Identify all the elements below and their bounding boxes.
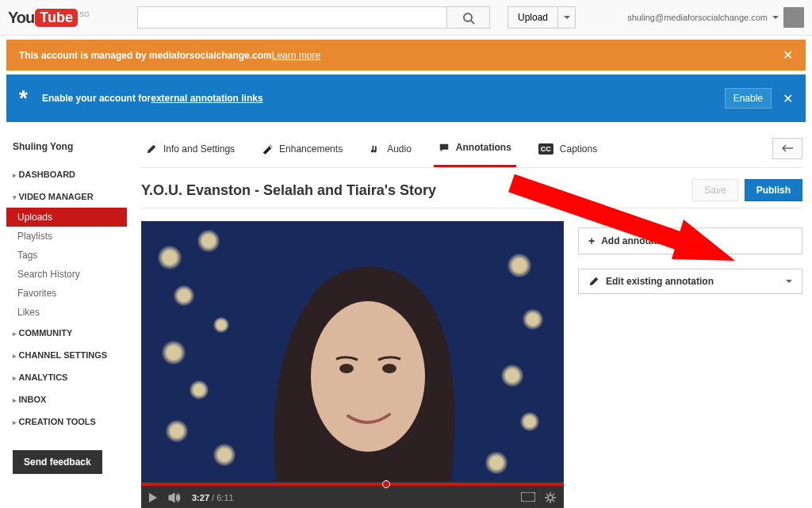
- sidebar-item-creation-tools[interactable]: CREATION TOOLS: [6, 411, 127, 433]
- tab-info-settings[interactable]: Info and Settings: [141, 130, 239, 167]
- sidebar-sub-tags[interactable]: Tags: [6, 246, 127, 265]
- search-icon: [463, 13, 473, 22]
- user-menu[interactable]: shuling@mediaforsocialchange.com: [627, 7, 804, 28]
- svg-point-2: [382, 364, 396, 373]
- wand-icon: [262, 143, 273, 155]
- send-feedback-button[interactable]: Send feedback: [13, 450, 102, 474]
- tab-enhancements[interactable]: Enhancements: [257, 130, 347, 167]
- chevron-down-icon: [772, 16, 779, 19]
- progress-bar[interactable]: [141, 483, 564, 486]
- chevron-down-icon: [786, 280, 792, 283]
- svg-point-1: [339, 364, 354, 373]
- youtube-logo[interactable]: You Tube SG: [8, 9, 90, 27]
- sidebar-sub-favorites[interactable]: Favorites: [6, 284, 127, 303]
- editor-row: 3:27 / 6:11 +: [141, 208, 802, 508]
- enable-annotations-banner: * Enable your account for external annot…: [6, 74, 806, 122]
- upload-group: Upload: [508, 6, 576, 29]
- search-button[interactable]: [446, 6, 490, 29]
- avatar: [783, 7, 804, 28]
- close-icon[interactable]: ✕: [783, 91, 793, 106]
- video-title: Y.O.U. Evanston - Selalah and Tiaira's S…: [141, 182, 436, 199]
- close-icon[interactable]: ✕: [783, 48, 793, 63]
- title-row: Y.O.U. Evanston - Selalah and Tiaira's S…: [141, 168, 802, 208]
- svg-point-0: [311, 301, 425, 452]
- video-player: 3:27 / 6:11: [141, 221, 564, 508]
- add-annotation-label: Add annotation: [601, 235, 671, 246]
- upload-dropdown-button[interactable]: [558, 6, 576, 29]
- logo-region: SG: [79, 10, 90, 18]
- sidebar-sub-uploads[interactable]: Uploads: [6, 208, 127, 227]
- sidebar: Shuling Yong DASHBOARD VIDEO MANAGER Upl…: [0, 130, 127, 508]
- upload-button[interactable]: Upload: [508, 6, 558, 29]
- progress-handle[interactable]: [382, 480, 390, 488]
- sidebar-sub-search-history[interactable]: Search History: [6, 265, 127, 284]
- editor-tabs: Info and Settings Enhancements Audio Ann…: [141, 130, 802, 168]
- video-frame[interactable]: [141, 221, 564, 483]
- save-button[interactable]: Save: [692, 179, 737, 201]
- logo-text-you: You: [8, 9, 34, 27]
- pencil-icon: [588, 276, 599, 287]
- top-header: You Tube SG Upload shuling@mediaforsocia…: [0, 0, 812, 36]
- tab-label: Annotations: [456, 142, 511, 153]
- channel-name[interactable]: Shuling Yong: [6, 138, 127, 163]
- sidebar-sub-likes[interactable]: Likes: [6, 303, 127, 322]
- search-form: [137, 6, 490, 29]
- back-arrow-icon: [781, 144, 794, 152]
- sidebar-item-community[interactable]: COMMUNITY: [6, 322, 127, 344]
- tab-label: Audio: [387, 143, 412, 155]
- banner-text: This account is managed by mediaforsocia…: [19, 50, 272, 61]
- speech-icon: [439, 142, 450, 153]
- learn-more-link[interactable]: Learn more: [272, 50, 320, 61]
- publish-button[interactable]: Publish: [745, 179, 802, 201]
- gear-icon[interactable]: [545, 492, 556, 503]
- volume-icon[interactable]: [168, 492, 181, 503]
- back-button[interactable]: [772, 138, 802, 159]
- svg-rect-3: [521, 492, 535, 502]
- chevron-down-icon: [682, 239, 688, 243]
- pencil-icon: [146, 143, 157, 155]
- enable-button[interactable]: Enable: [725, 88, 772, 109]
- external-annotation-link[interactable]: external annotation links: [151, 93, 262, 104]
- search-input[interactable]: [137, 6, 446, 29]
- sidebar-item-dashboard[interactable]: DASHBOARD: [6, 163, 127, 185]
- note-icon: [370, 143, 381, 155]
- chevron-down-icon: [564, 16, 570, 19]
- logo-text-tube: Tube: [35, 9, 78, 27]
- sidebar-sub-playlists[interactable]: Playlists: [6, 227, 127, 246]
- edit-annotation-label: Edit existing annotation: [606, 276, 714, 287]
- editor-content: Info and Settings Enhancements Audio Ann…: [127, 130, 812, 508]
- banner-text: Enable your account for: [42, 93, 151, 104]
- theater-icon[interactable]: [521, 492, 535, 502]
- sidebar-item-video-manager[interactable]: VIDEO MANAGER: [6, 185, 127, 208]
- sidebar-item-channel-settings[interactable]: CHANNEL SETTINGS: [6, 344, 127, 366]
- play-button[interactable]: [149, 493, 157, 502]
- svg-point-4: [548, 495, 553, 500]
- tab-label: Captions: [560, 143, 597, 155]
- plus-icon: +: [588, 235, 595, 247]
- managed-account-banner: This account is managed by mediaforsocia…: [6, 40, 806, 71]
- add-annotation-button[interactable]: + Add annotation: [578, 227, 802, 254]
- sidebar-item-analytics[interactable]: ANALYTICS: [6, 366, 127, 388]
- tab-annotations[interactable]: Annotations: [434, 130, 516, 167]
- tab-audio[interactable]: Audio: [365, 130, 416, 167]
- tab-label: Info and Settings: [163, 143, 235, 155]
- user-email: shuling@mediaforsocialchange.com: [627, 13, 768, 22]
- asterisk-icon: *: [19, 86, 28, 111]
- current-time: 3:27: [192, 493, 209, 502]
- edit-annotation-button[interactable]: Edit existing annotation: [578, 269, 802, 294]
- tab-label: Enhancements: [279, 143, 343, 155]
- duration: 6:11: [216, 493, 233, 502]
- tab-captions[interactable]: CC Captions: [534, 130, 602, 167]
- main-layout: Shuling Yong DASHBOARD VIDEO MANAGER Upl…: [0, 130, 812, 508]
- sidebar-item-inbox[interactable]: INBOX: [6, 388, 127, 411]
- annotation-panel: + Add annotation Edit existing annotatio…: [578, 221, 802, 508]
- time-display: 3:27 / 6:11: [192, 493, 234, 502]
- cc-icon: CC: [538, 143, 553, 155]
- player-controls: 3:27 / 6:11: [141, 486, 564, 508]
